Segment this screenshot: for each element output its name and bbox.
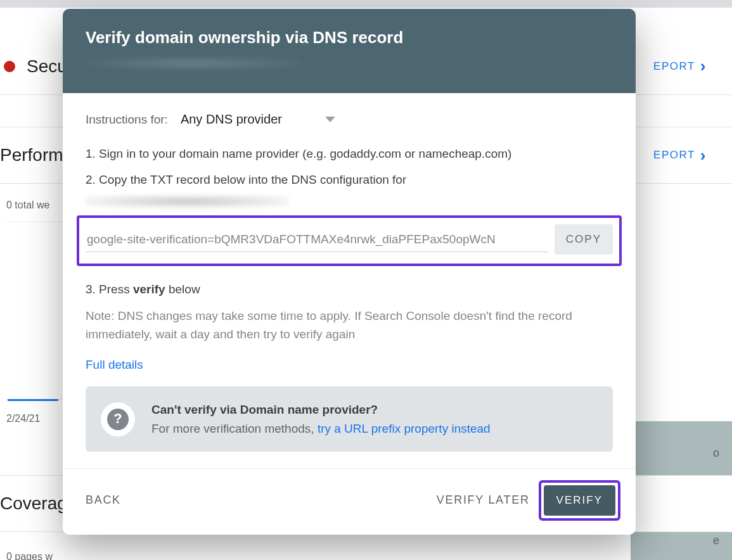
chevron-down-icon [325,117,335,122]
step-2-domain-redacted [86,195,288,208]
step-3-bold: verify [133,283,165,296]
verify-domain-modal: Verify domain ownership via DNS record I… [63,9,636,535]
back-button[interactable]: BACK [86,493,121,507]
alt-text: Can't verify via Domain name provider? F… [151,400,491,438]
dns-provider-select[interactable]: Any DNS provider [181,110,335,129]
modal-footer: BACK VERIFY LATER VERIFY [63,468,636,535]
modal-domain-redacted [86,56,301,70]
help-icon-container: ? [101,402,135,436]
alt-subtitle: For more verification methods, try a URL… [151,419,491,438]
step-1: 1. Sign in to your domain name provider … [86,144,613,163]
txt-record-input[interactable] [86,227,548,252]
verify-later-button[interactable]: VERIFY LATER [437,493,530,507]
txt-record-block: COPY [77,215,622,266]
modal-body: Instructions for: Any DNS provider 1. Si… [63,93,636,452]
step-2-text: 2. Copy the TXT record below into the DN… [86,173,406,186]
modal-header: Verify domain ownership via DNS record [63,9,636,93]
verify-button[interactable]: VERIFY [544,485,615,516]
verify-highlight: VERIFY [539,480,620,521]
url-prefix-link[interactable]: try a URL prefix property instead [318,422,491,435]
dns-note: Note: DNS changes may take some time to … [86,307,613,344]
dns-provider-selected: Any DNS provider [181,110,282,129]
modal-title: Verify domain ownership via DNS record [86,28,613,48]
instructions-label: Instructions for: [86,110,168,129]
step-2: 2. Copy the TXT record below into the DN… [86,170,613,208]
alt-sub-pre: For more verification methods, [151,422,318,435]
alt-title: Can't verify via Domain name provider? [151,400,491,419]
copy-button[interactable]: COPY [555,224,613,255]
step-3-post: below [165,283,200,296]
instructions-row: Instructions for: Any DNS provider [86,110,613,129]
full-details-link[interactable]: Full details [86,355,143,374]
alt-verification-panel: ? Can't verify via Domain name provider?… [86,386,613,452]
step-3: 3. Press verify below [86,280,613,298]
help-icon: ? [107,409,129,430]
step-3-pre: 3. Press [86,283,133,296]
